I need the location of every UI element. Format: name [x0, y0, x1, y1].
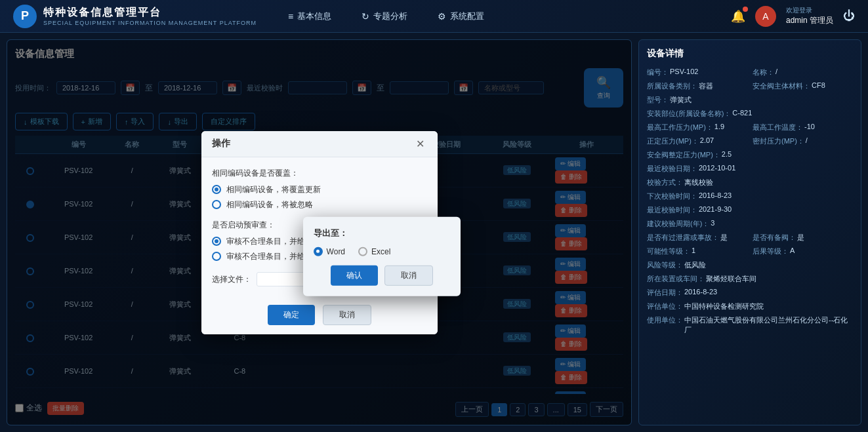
detail-item: 风险等级： 低风险 [647, 260, 853, 270]
modal-cancel-button[interactable]: 取消 [323, 305, 371, 325]
detail-label: 是否有过泄露或事故： [647, 233, 719, 243]
export-excel-radio[interactable] [358, 246, 367, 256]
modal-overlay: 操作 ✕ 相同编码设备是否覆盖： 相同编码设备，将覆盖更新 [7, 40, 631, 425]
detail-value: 离线校验 [684, 178, 713, 187]
detail-item: 安装部位(所属设备名称)： C-821 [647, 109, 853, 119]
detail-value: / [775, 68, 777, 75]
detail-value: 3 [711, 219, 714, 227]
export-confirm-button[interactable]: 确认 [331, 265, 378, 285]
detail-value: -10 [804, 123, 815, 130]
modal-title: 操作 [212, 138, 230, 149]
logo-area: P 特种设备信息管理平台 SPECIAL EQUIPMENT INFORMATI… [13, 5, 257, 28]
nav-system-config-label: 系统配置 [450, 10, 484, 22]
detail-value: C-821 [732, 109, 752, 117]
detail-value: 中国石油天燃气股份有限公司兰州石化分公司--石化厂 [684, 315, 853, 335]
nav-system-config[interactable]: ⚙ 系统配置 [432, 8, 489, 25]
detail-item: 编号： PSV-102 [647, 68, 747, 77]
detail-value: A [790, 246, 795, 254]
detail-label: 名称： [753, 68, 774, 77]
modal-section-1-label: 相同编码设备是否覆盖： [212, 168, 427, 179]
detail-item: 所属设备类别： 容器 [647, 81, 747, 91]
detail-value: 是 [720, 233, 728, 243]
detail-label: 所在装置或车间： [647, 274, 705, 284]
notification-badge [743, 7, 748, 12]
detail-item: 最近校验日期： 2012-10-01 [647, 164, 853, 174]
detail-item: 可能性等级： 1 [647, 246, 747, 256]
detail-item: 是否有过泄露或事故： 是 [647, 233, 747, 243]
notification-bell-wrapper[interactable]: 🔔 [731, 9, 745, 24]
detail-label: 安装部位(所属设备名称)： [647, 109, 731, 119]
modal-radio-group-1: 相同编码设备，将覆盖更新 相同编码设备，将被忽略 [212, 184, 427, 210]
bell-icon[interactable]: 🔔 [731, 10, 745, 23]
user-info: 欢迎登录 admin 管理员 [786, 6, 833, 26]
radio-overwrite-no-label: 相同编码设备，将被忽略 [226, 199, 313, 210]
detail-value: 2016-8-23 [699, 191, 732, 199]
detail-label: 后果等级： [753, 246, 789, 256]
export-option-excel[interactable]: Excel [358, 246, 390, 256]
nav-special-analysis[interactable]: ↻ 专题分析 [356, 8, 413, 25]
logo-icon: P [13, 5, 37, 28]
detail-label: 使用单位： [647, 315, 683, 325]
user-greeting: 欢迎登录 [786, 6, 833, 15]
modal-confirm-button[interactable]: 确定 [268, 305, 315, 325]
detail-label: 最高工作温度： [753, 123, 803, 132]
detail-label: 下次校验时间： [647, 191, 697, 201]
radio-overwrite-yes[interactable]: 相同编码设备，将覆盖更新 [212, 184, 427, 195]
logo-text: 特种设备信息管理平台 SPECIAL EQUIPMENT INFORMATION… [43, 6, 257, 26]
export-excel-label: Excel [371, 246, 390, 256]
detail-value: 中国特种设备检测研究院 [684, 302, 764, 311]
detail-label: 风险等级： [647, 260, 683, 270]
detail-value: 2.07 [700, 136, 714, 144]
detail-item: 正定压力(MP)： 2.07 [647, 136, 747, 146]
app-title: 特种设备信息管理平台 [43, 6, 257, 20]
detail-label: 安全阀主体材料： [753, 81, 810, 91]
app-subtitle: SPECIAL EQUIPMENT INFORMATION MANAGEMENT… [43, 20, 257, 26]
detail-title: 设备详情 [647, 48, 853, 60]
export-word-radio[interactable] [314, 246, 323, 256]
menu-icon: ≡ [288, 11, 293, 22]
detail-item: 密封压力(MP)： / [753, 136, 853, 146]
detail-value: 1 [692, 246, 695, 254]
detail-value: 容器 [699, 81, 713, 91]
detail-label: 最近校验日期： [647, 164, 697, 174]
detail-item: 所在装置或车间： 聚烯烃联合车间 [647, 274, 853, 284]
radio-overwrite-no-btn[interactable] [212, 200, 221, 209]
detail-label: 型号： [647, 95, 669, 105]
radio-overwrite-no[interactable]: 相同编码设备，将被忽略 [212, 199, 427, 210]
export-cancel-button[interactable]: 取消 [384, 265, 433, 285]
detail-label: 校验方式： [647, 178, 683, 187]
user-name: admin 管理员 [786, 15, 833, 26]
nav-special-analysis-label: 专题分析 [373, 10, 407, 22]
detail-label: 编号： [647, 68, 669, 77]
main-nav: ≡ 基本信息 ↻ 专题分析 ⚙ 系统配置 [283, 8, 489, 25]
detail-value: 低风险 [684, 260, 706, 270]
detail-value: 2012-10-01 [699, 164, 735, 172]
detail-label: 是否有备阀： [753, 233, 796, 243]
detail-item: 安全阀整定压力(MP)： 2.5 [647, 150, 853, 160]
modal-footer: 确定 取消 [201, 298, 438, 334]
detail-item: 最高工作温度： -10 [753, 123, 853, 132]
detail-item: 下次校验时间： 2016-8-23 [647, 191, 853, 201]
nav-basic-info[interactable]: ≡ 基本信息 [283, 8, 337, 25]
radio-audit-no-btn[interactable] [212, 252, 221, 261]
detail-label: 安全阀整定压力(MP)： [647, 150, 720, 160]
modal-close-button[interactable]: ✕ [413, 138, 427, 150]
detail-value: PSV-102 [670, 68, 698, 75]
export-footer: 确认 取消 [314, 265, 450, 285]
detail-item: 最近校验时间： 2021-9-30 [647, 205, 853, 215]
detail-label: 评估日期： [647, 288, 683, 298]
radio-overwrite-yes-label: 相同编码设备，将覆盖更新 [226, 184, 321, 195]
radio-overwrite-yes-btn[interactable] [212, 185, 221, 194]
export-option-word[interactable]: Word [314, 246, 345, 256]
radio-audit-yes-btn[interactable] [212, 237, 221, 246]
detail-label: 密封压力(MP)： [753, 136, 804, 146]
nav-basic-info-label: 基本信息 [297, 10, 331, 22]
gear-icon: ⚙ [438, 11, 446, 22]
export-options: Word Excel [314, 246, 450, 256]
detail-label: 所属设备类别： [647, 81, 697, 91]
power-button[interactable]: ⏻ [843, 9, 855, 23]
refresh-icon: ↻ [362, 11, 369, 22]
detail-item: 评估日期： 2016-8-23 [647, 288, 853, 298]
detail-item: 名称： / [753, 68, 853, 77]
detail-label: 最高工作压力(MP)： [647, 123, 713, 132]
